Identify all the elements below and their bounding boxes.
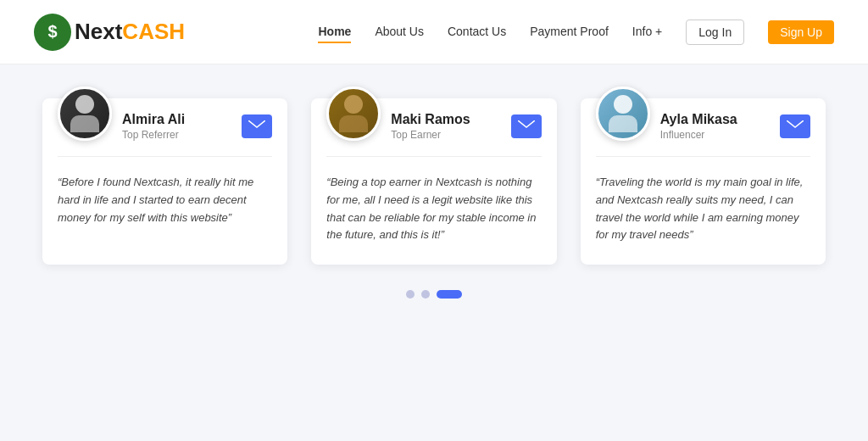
nav-item-info[interactable]: Info +	[632, 25, 662, 40]
nav-item-about[interactable]: About Us	[375, 25, 424, 40]
dot-2[interactable]	[421, 290, 430, 299]
nav-item-contact[interactable]: Contact Us	[448, 25, 506, 40]
nav-item-payment[interactable]: Payment Proof	[530, 25, 609, 40]
main-content: Almira Ali Top Referrer “Before I found …	[0, 64, 868, 441]
card-info-3: Ayla Mikasa Influencer	[660, 112, 780, 141]
avatar-2	[326, 87, 381, 141]
card-role-3: Influencer	[660, 129, 780, 141]
card-info-1: Almira Ali Top Referrer	[122, 112, 242, 141]
avatar-3	[596, 87, 650, 141]
logo-cash-text: CASH	[122, 19, 185, 44]
card-header-3: Ayla Mikasa Influencer	[581, 98, 826, 149]
card-divider-3	[596, 156, 810, 157]
card-quote-3: “Traveling the world is my main goal in …	[581, 164, 826, 244]
card-header-1: Almira Ali Top Referrer	[42, 98, 287, 149]
dot-1[interactable]	[406, 290, 415, 299]
card-role-2: Top Earner	[391, 129, 510, 141]
card-name-1: Almira Ali	[122, 112, 242, 127]
mail-icon-1[interactable]	[242, 114, 272, 138]
login-button[interactable]: Log In	[686, 20, 744, 45]
avatar-1	[58, 87, 112, 141]
nav: Home About Us Contact Us Payment Proof I…	[318, 20, 834, 45]
carousel-dots	[42, 290, 826, 299]
header: $ NextCASH Home About Us Contact Us Paym…	[0, 0, 868, 64]
logo[interactable]: $ NextCASH	[34, 14, 185, 51]
card-info-2: Maki Ramos Top Earner	[391, 112, 510, 141]
signup-button[interactable]: Sign Up	[768, 20, 834, 44]
card-name-2: Maki Ramos	[391, 112, 510, 127]
mail-icon-3[interactable]	[780, 114, 810, 138]
card-quote-2: “Being a top earner in Nextcash is nothi…	[311, 164, 556, 244]
dot-active[interactable]	[437, 290, 462, 299]
testimonial-card-2: Maki Ramos Top Earner “Being a top earne…	[311, 98, 556, 265]
testimonial-card-3: Ayla Mikasa Influencer “Traveling the wo…	[581, 98, 826, 265]
testimonials-row: Almira Ali Top Referrer “Before I found …	[42, 98, 826, 265]
svg-text:$: $	[47, 22, 57, 41]
card-divider-2	[326, 156, 541, 157]
logo-icon: $	[34, 14, 71, 51]
mail-icon-2[interactable]	[511, 114, 542, 138]
nav-item-home[interactable]: Home	[318, 25, 351, 40]
card-quote-1: “Before I found Nextcash, it really hit …	[42, 164, 287, 226]
logo-next-text: Next	[75, 19, 122, 44]
testimonial-card-1: Almira Ali Top Referrer “Before I found …	[42, 98, 287, 265]
card-role-1: Top Referrer	[122, 129, 242, 141]
card-header-2: Maki Ramos Top Earner	[311, 98, 556, 149]
card-divider-1	[58, 156, 272, 157]
card-name-3: Ayla Mikasa	[660, 112, 780, 127]
